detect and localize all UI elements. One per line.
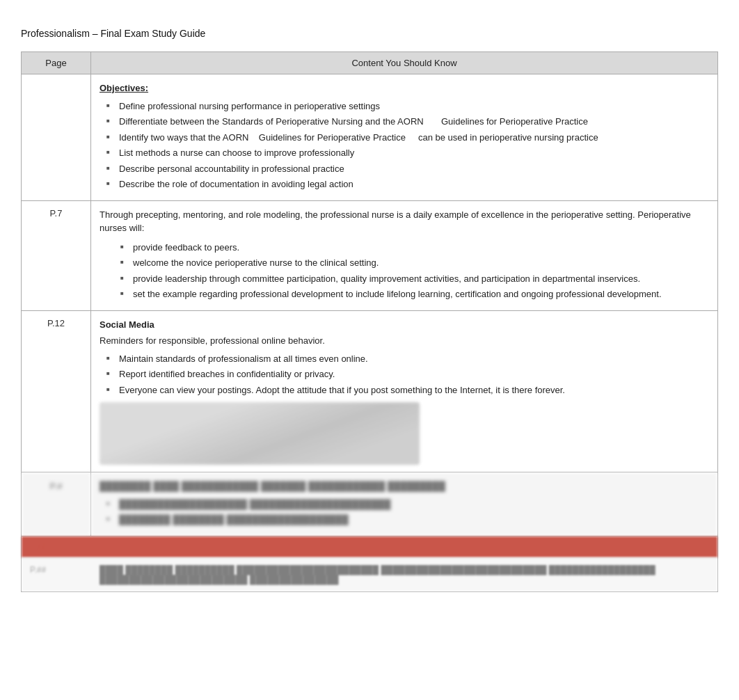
table-row: Objectives: Define professional nursing … [22, 74, 718, 201]
list-item: Identify two ways that the AORN Guidelin… [106, 131, 709, 145]
intro-text: Through precepting, mentoring, and role … [100, 208, 709, 235]
page-cell-blurred: P.# [22, 472, 91, 536]
list-item: provide leadership through committee par… [120, 272, 709, 286]
p7-list: provide feedback to peers. welcome the n… [100, 241, 709, 301]
list-item: ████████████████████ ███████████████████… [106, 498, 709, 511]
list-item: Define professional nursing performance … [106, 100, 709, 113]
social-media-subtitle: Reminders for responsible, professional … [100, 334, 709, 348]
table-row-blurred: P.# ████████ ████ ████████████ ███████ █… [22, 472, 718, 536]
bottom-highlighted-section: P.## ███████████████████████████████████… [21, 536, 718, 592]
column-header-page: Page [22, 52, 91, 74]
content-cell-p12: Social Media Reminders for responsible, … [91, 310, 718, 472]
list-item: Describe personal accountability in prof… [106, 162, 709, 176]
study-table: Page Content You Should Know Objectives:… [21, 51, 718, 536]
list-item: List methods a nurse can choose to impro… [106, 146, 709, 160]
objectives-label: Objectives: [100, 81, 709, 95]
table-row: P.7 Through precepting, mentoring, and r… [22, 200, 718, 310]
page-cell-p12: P.12 [22, 310, 91, 472]
social-media-title: Social Media [100, 318, 709, 332]
column-header-content: Content You Should Know [91, 52, 718, 74]
content-cell-p7: Through precepting, mentoring, and role … [91, 200, 718, 310]
list-item: set the example regarding professional d… [120, 287, 709, 301]
list-item: ████████ ████████ ███████████████████ [106, 513, 709, 527]
list-item: welcome the novice perioperative nurse t… [120, 256, 709, 270]
list-item: provide feedback to peers. [120, 241, 709, 255]
social-media-image [100, 402, 420, 465]
social-media-list: Maintain standards of professionalism at… [100, 352, 709, 397]
page-cell-p7: P.7 [22, 200, 91, 310]
list-item: Describe the role of documentation in av… [106, 177, 709, 191]
list-item: Maintain standards of professionalism at… [106, 352, 709, 366]
content-cell-blurred: ████████ ████ ████████████ ███████ █████… [91, 472, 718, 536]
table-row: P.12 Social Media Reminders for responsi… [22, 310, 718, 472]
objectives-list: Define professional nursing performance … [100, 100, 709, 191]
list-item: Report identified breaches in confidenti… [106, 367, 709, 381]
content-cell-objectives: Objectives: Define professional nursing … [91, 74, 718, 201]
list-item: Differentiate between the Standards of P… [106, 115, 709, 129]
list-item: Everyone can view your postings. Adopt t… [106, 383, 709, 397]
page-cell [22, 74, 91, 201]
blurred-list: ████████████████████ ███████████████████… [100, 498, 709, 527]
page-title: Professionalism – Final Exam Study Guide [21, 28, 718, 39]
